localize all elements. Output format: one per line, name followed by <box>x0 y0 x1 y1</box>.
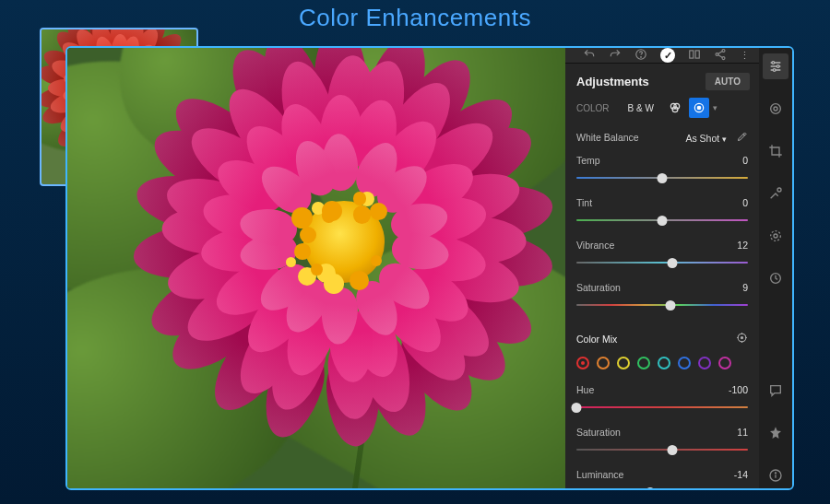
white-balance-value[interactable]: As Shot <box>685 133 719 144</box>
mix-lum-label: Luminance <box>576 469 623 480</box>
mix-lum-slider[interactable] <box>576 486 748 490</box>
svg-point-23 <box>777 65 779 68</box>
saturation-value: 9 <box>742 282 748 293</box>
eyedropper-icon[interactable] <box>737 133 748 144</box>
color-mix-swatches <box>565 351 759 379</box>
mix-sat-slider[interactable] <box>576 443 748 456</box>
svg-point-32 <box>775 473 776 474</box>
check-circle-icon[interactable]: ✓ <box>660 48 675 63</box>
target-adjust-icon[interactable] <box>736 332 748 346</box>
temp-slider[interactable] <box>576 171 748 184</box>
temp-label: Temp <box>576 155 600 166</box>
profile-icon[interactable] <box>763 96 788 122</box>
profile-browser-icon[interactable] <box>689 98 709 118</box>
vibrance-label: Vibrance <box>576 240 614 251</box>
svg-point-13 <box>741 336 742 338</box>
swatch-blue[interactable] <box>678 357 691 369</box>
mix-hue-label: Hue <box>576 384 594 395</box>
mix-hue-slider[interactable] <box>576 401 748 414</box>
svg-point-1 <box>641 57 642 58</box>
svg-rect-2 <box>690 51 694 58</box>
svg-rect-3 <box>695 51 699 58</box>
mix-hue-value: -100 <box>729 384 748 395</box>
svg-point-26 <box>774 107 777 111</box>
white-balance-label: White Balance <box>576 132 639 143</box>
masking-icon[interactable] <box>763 223 788 249</box>
swatch-magenta[interactable] <box>718 357 731 369</box>
vibrance-value: 12 <box>737 240 748 251</box>
swatch-aqua[interactable] <box>658 357 670 369</box>
photo-canvas[interactable] <box>67 48 565 488</box>
star-icon[interactable] <box>763 420 788 446</box>
help-icon[interactable] <box>634 48 647 63</box>
panel-topbar: ✓ ⋮ <box>565 48 759 64</box>
crop-icon[interactable] <box>763 138 788 164</box>
mix-sat-label: Saturation <box>576 427 621 438</box>
adjustments-panel: ✓ ⋮ Adjustments AUTO COLOR B & W ▾ White… <box>565 48 759 488</box>
swatch-yellow[interactable] <box>617 357 630 369</box>
tool-rail <box>759 48 792 488</box>
tab-bw[interactable]: B & W <box>621 100 661 117</box>
swatch-green[interactable] <box>637 357 650 369</box>
info-icon[interactable] <box>763 463 788 488</box>
temp-value: 0 <box>742 155 748 166</box>
svg-point-29 <box>774 234 777 238</box>
edit-sliders-icon[interactable] <box>763 53 788 79</box>
healing-brush-icon[interactable] <box>763 181 788 206</box>
svg-point-25 <box>771 104 781 114</box>
swatch-red[interactable] <box>576 357 589 369</box>
svg-point-27 <box>777 188 781 192</box>
color-tabs: COLOR B & W ▾ <box>565 98 759 125</box>
svg-point-24 <box>773 69 776 72</box>
versions-icon[interactable] <box>763 265 788 291</box>
color-mix-label: Color Mix <box>576 334 617 345</box>
undo-icon[interactable] <box>583 48 596 63</box>
more-icon[interactable]: ⋮ <box>740 50 750 62</box>
tint-slider[interactable] <box>576 214 748 227</box>
share-icon[interactable] <box>714 48 727 63</box>
editor-window: ✓ ⋮ Adjustments AUTO COLOR B & W ▾ White… <box>65 46 794 490</box>
mix-sat-value: 11 <box>737 427 748 438</box>
svg-point-9 <box>672 107 678 112</box>
color-group-label: COLOR <box>576 103 610 113</box>
vibrance-slider[interactable] <box>576 256 748 269</box>
tint-label: Tint <box>576 197 592 208</box>
adjustments-heading: Adjustments <box>576 75 649 88</box>
svg-point-28 <box>771 231 781 241</box>
swatch-purple[interactable] <box>698 357 711 369</box>
compare-icon[interactable] <box>688 48 701 63</box>
main-flower <box>196 103 492 361</box>
saturation-label: Saturation <box>576 282 621 293</box>
comment-icon[interactable] <box>763 378 788 404</box>
tint-value: 0 <box>742 197 748 208</box>
chevron-down-icon[interactable]: ▾ <box>722 135 727 144</box>
swatch-orange[interactable] <box>597 357 610 369</box>
chevron-down-icon[interactable]: ▾ <box>713 103 717 112</box>
svg-point-22 <box>772 62 775 64</box>
auto-button[interactable]: AUTO <box>706 73 750 90</box>
svg-point-11 <box>697 106 701 110</box>
redo-icon[interactable] <box>609 48 622 63</box>
saturation-slider[interactable] <box>576 299 748 311</box>
mix-lum-value: -14 <box>734 469 748 480</box>
color-mixer-icon[interactable] <box>665 98 685 118</box>
